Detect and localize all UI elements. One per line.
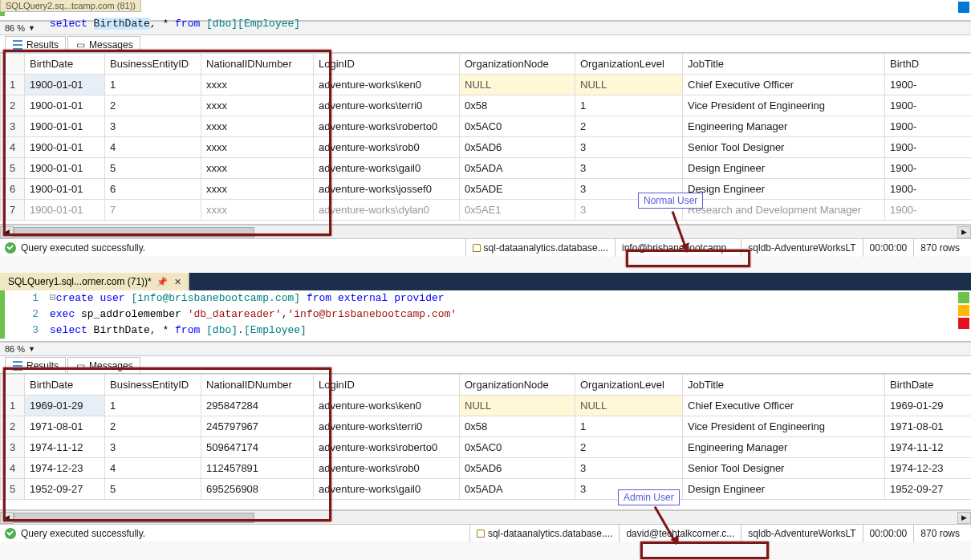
grid-cell[interactable]: Chief Executive Officer bbox=[683, 75, 885, 95]
grid-cell[interactable]: 3 bbox=[105, 437, 201, 458]
grid-cell[interactable]: 1952-09-27 bbox=[25, 479, 105, 500]
grid-cell[interactable]: 1900-01-01 bbox=[25, 200, 105, 221]
grid-cell[interactable]: 0x5AD6 bbox=[460, 137, 575, 158]
rownum-cell[interactable]: 7 bbox=[1, 200, 25, 221]
grid-cell[interactable]: 2 bbox=[575, 437, 683, 458]
grid-cell[interactable]: 0x58 bbox=[460, 416, 575, 437]
grid-cell[interactable]: xxxx bbox=[201, 75, 314, 95]
col-jobtitle[interactable]: JobTitle bbox=[683, 54, 885, 75]
grid-cell[interactable]: Design Engineer bbox=[683, 479, 885, 500]
grid-cell[interactable]: 0x5ADE bbox=[460, 179, 575, 200]
grid-cell[interactable]: adventure-works\gail0 bbox=[314, 479, 460, 500]
grid-cell[interactable]: 1900- bbox=[885, 116, 972, 137]
rownum-cell[interactable]: 1 bbox=[1, 396, 25, 416]
grid-cell[interactable]: adventure-works\roberto0 bbox=[314, 116, 460, 137]
col-organizationnode[interactable]: OrganizationNode bbox=[460, 375, 575, 396]
table-row[interactable]: 21900-01-012xxxxadventure-works\terri00x… bbox=[1, 95, 972, 116]
grid-cell[interactable]: adventure-works\gail0 bbox=[314, 158, 460, 179]
table-row[interactable]: 71900-01-017xxxxadventure-works\dylan00x… bbox=[1, 200, 972, 221]
grid-cell[interactable]: 1971-08-01 bbox=[25, 416, 105, 437]
grid-cell[interactable]: 3 bbox=[105, 116, 201, 137]
grid-cell[interactable]: Senior Tool Designer bbox=[683, 137, 885, 158]
grid-cell[interactable]: 509647174 bbox=[201, 437, 314, 458]
col-loginid[interactable]: LoginID bbox=[314, 375, 460, 396]
code-body[interactable]: ⊟create user [info@brisbanebootcamp.com]… bbox=[47, 290, 457, 339]
grid-cell[interactable]: 1974-12-23 bbox=[25, 458, 105, 479]
col-birthdate[interactable]: BirthDate bbox=[25, 54, 105, 75]
grid-cell[interactable]: 1900-01-01 bbox=[25, 158, 105, 179]
grid-cell[interactable]: 0x5AC0 bbox=[460, 116, 575, 137]
grid-cell[interactable]: xxxx bbox=[201, 179, 314, 200]
table-row[interactable]: 21971-08-012245797967adventure-works\ter… bbox=[1, 416, 972, 437]
table-row[interactable]: 51952-09-275695256908adventure-works\gai… bbox=[1, 479, 972, 500]
col-organizationlevel[interactable]: OrganizationLevel bbox=[575, 54, 683, 75]
grid-cell[interactable]: 1900-01-01 bbox=[25, 95, 105, 116]
grid-cell[interactable]: Chief Executive Officer bbox=[683, 396, 885, 416]
grid-cell[interactable]: 1 bbox=[105, 396, 201, 416]
grid-cell[interactable]: 695256908 bbox=[201, 479, 314, 500]
rownum-cell[interactable]: 1 bbox=[1, 75, 25, 95]
col-organizationnode[interactable]: OrganizationNode bbox=[460, 54, 575, 75]
grid-cell[interactable]: adventure-works\terri0 bbox=[314, 416, 460, 437]
grid-cell[interactable]: Engineering Manager bbox=[683, 116, 885, 137]
grid-cell[interactable]: 7 bbox=[105, 200, 201, 221]
grid-cell[interactable]: 3 bbox=[575, 137, 683, 158]
col-businessentityid[interactable]: BusinessEntityID bbox=[105, 54, 201, 75]
grid-cell[interactable]: 0x5ADA bbox=[460, 158, 575, 179]
scroll-thumb[interactable] bbox=[14, 513, 254, 523]
grid-cell[interactable]: 3 bbox=[575, 179, 683, 200]
grid-cell[interactable]: Vice President of Engineering bbox=[683, 416, 885, 437]
horizontal-scrollbar[interactable]: ◀ ▶ bbox=[0, 225, 971, 238]
pin-icon[interactable]: 📌 bbox=[156, 276, 168, 287]
grid-cell[interactable]: 4 bbox=[105, 458, 201, 479]
scroll-right-button[interactable]: ▶ bbox=[957, 512, 971, 524]
grid-cell[interactable]: 1969-01-29 bbox=[25, 396, 105, 416]
results-grid-top[interactable]: BirthDate BusinessEntityID NationalIDNum… bbox=[0, 53, 971, 225]
rownum-cell[interactable]: 4 bbox=[1, 137, 25, 158]
sql-editor-top[interactable]: 1 select BirthDate, * from [dbo][Employe… bbox=[0, 0, 971, 21]
grid-cell[interactable]: 0x5AC0 bbox=[460, 437, 575, 458]
close-icon[interactable]: ✕ bbox=[173, 276, 184, 287]
zoom-selector[interactable]: 86 %▼ bbox=[0, 342, 971, 356]
table-row[interactable]: 41900-01-014xxxxadventure-works\rob00x5A… bbox=[1, 137, 972, 158]
col-businessentityid[interactable]: BusinessEntityID bbox=[105, 375, 201, 396]
grid-cell[interactable]: 1900-01-01 bbox=[25, 137, 105, 158]
col-nationalidnumber[interactable]: NationalIDNumber bbox=[201, 375, 314, 396]
grid-cell[interactable]: 1 bbox=[575, 416, 683, 437]
col-nationalidnumber[interactable]: NationalIDNumber bbox=[201, 54, 314, 75]
grid-cell[interactable]: xxxx bbox=[201, 200, 314, 221]
grid-cell[interactable]: 1 bbox=[575, 95, 683, 116]
grid-cell[interactable]: 3 bbox=[575, 479, 683, 500]
grid-cell[interactable]: adventure-works\dylan0 bbox=[314, 200, 460, 221]
table-row[interactable]: 51900-01-015xxxxadventure-works\gail00x5… bbox=[1, 158, 972, 179]
grid-cell[interactable]: NULL bbox=[575, 396, 683, 416]
grid-cell[interactable]: 1900-01-01 bbox=[25, 179, 105, 200]
grid-cell[interactable]: Senior Tool Designer bbox=[683, 458, 885, 479]
grid-cell[interactable]: adventure-works\rob0 bbox=[314, 137, 460, 158]
grid-cell[interactable]: 1952-09-27 bbox=[885, 479, 972, 500]
grid-cell[interactable]: 1900- bbox=[885, 75, 972, 95]
grid-cell[interactable]: 1900-01-01 bbox=[25, 75, 105, 95]
rownum-cell[interactable]: 2 bbox=[1, 95, 25, 116]
grid-cell[interactable]: 1974-12-23 bbox=[885, 458, 972, 479]
tab-results[interactable]: Results bbox=[5, 357, 66, 373]
col-birthdate2[interactable]: BirthDate bbox=[885, 375, 972, 396]
horizontal-scrollbar[interactable]: ◀ ▶ bbox=[0, 510, 971, 524]
grid-cell[interactable]: 295847284 bbox=[201, 396, 314, 416]
grid-cell[interactable]: Research and Development Manager bbox=[683, 200, 885, 221]
grid-cell[interactable]: xxxx bbox=[201, 95, 314, 116]
table-row[interactable]: 31900-01-013xxxxadventure-works\roberto0… bbox=[1, 116, 972, 137]
grid-cell[interactable]: 0x58 bbox=[460, 95, 575, 116]
scroll-left-button[interactable]: ◀ bbox=[0, 226, 14, 238]
grid-cell[interactable]: Design Engineer bbox=[683, 158, 885, 179]
grid-cell[interactable]: 6 bbox=[105, 179, 201, 200]
rownum-cell[interactable]: 6 bbox=[1, 179, 25, 200]
table-row[interactable]: 41974-12-234112457891adventure-works\rob… bbox=[1, 458, 972, 479]
grid-cell[interactable]: Engineering Manager bbox=[683, 437, 885, 458]
grid-cell[interactable]: xxxx bbox=[201, 116, 314, 137]
tab-title-top[interactable]: SQLQuery2.sq...tcamp.com (81)) bbox=[0, 0, 141, 12]
grid-cell[interactable]: 3 bbox=[575, 158, 683, 179]
grid-cell[interactable]: NULL bbox=[575, 75, 683, 95]
grid-cell[interactable]: 1900-01-01 bbox=[25, 116, 105, 137]
grid-cell[interactable]: 0x5AD6 bbox=[460, 458, 575, 479]
